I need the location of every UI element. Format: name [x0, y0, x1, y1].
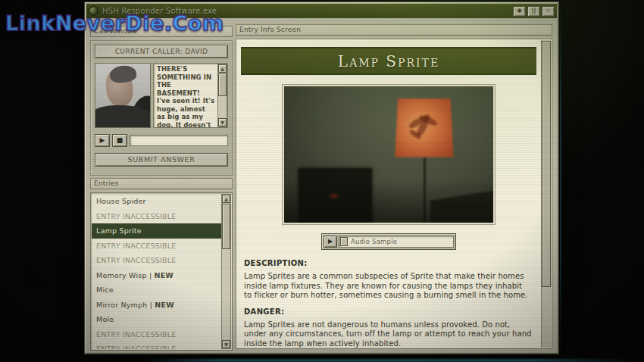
call-progress-bar[interactable] — [130, 135, 228, 146]
new-separator: | — [147, 301, 155, 309]
list-item[interactable]: ENTRY INACCESSIBLE — [92, 209, 221, 224]
list-item[interactable]: Mice — [92, 282, 221, 298]
settings-button[interactable]: ✱ — [513, 6, 526, 17]
list-item[interactable]: Mirror Nymph | NEW — [92, 298, 221, 313]
caller-photo — [95, 63, 151, 128]
current-caller-label: CURRENT CALLER: DAVID — [95, 45, 228, 58]
entry-photo-frame — [283, 85, 495, 224]
caller-photo-art — [95, 64, 150, 127]
call-window-panel: Call Window CURRENT CALLER: DAVID THERE'… — [90, 26, 233, 176]
entry-label: ENTRY INACCESSIBLE — [96, 212, 177, 220]
description-body: Lamp Sprites are a common subspecies of … — [244, 272, 532, 301]
audio-sample-track[interactable]: Audio Sample — [339, 236, 454, 248]
entry-info-content: Lamp Sprite — [236, 39, 552, 349]
entry-label: House Spider — [96, 197, 146, 205]
scroll-up-icon[interactable]: ▲ — [218, 64, 227, 73]
entry-info-scrollbar[interactable] — [541, 40, 551, 348]
entry-info-inner: Lamp Sprite — [239, 42, 538, 348]
entries-scroll-thumb[interactable] — [222, 204, 230, 249]
monitor-edge-glow — [560, 0, 561, 362]
entry-label: Lamp Sprite — [96, 226, 142, 235]
watermark: LinkNeverDie.Com — [5, 11, 224, 35]
entry-title-banner: Lamp Sprite — [241, 47, 536, 75]
audio-sample-player: ▶ Audio Sample — [321, 233, 456, 250]
caller-transcript-text: THERE'S SOMETHING IN THE BASEMENT! I've … — [154, 64, 227, 127]
game-screen: HSH Responder Software.exe ✱ || × Call W… — [0, 0, 644, 362]
lamp-sprite-photo — [284, 86, 493, 223]
entry-info-panel: Entry Info Screen Lamp Sprite — [236, 24, 552, 349]
caller-transcript-box: THERE'S SOMETHING IN THE BASEMENT! I've … — [153, 63, 228, 128]
stop-call-icon[interactable]: ■ — [112, 134, 127, 147]
list-item[interactable]: Memory Wisp | NEW — [92, 268, 221, 283]
scroll-up-icon[interactable]: ▲ — [222, 195, 230, 203]
lamp-photo-art — [284, 86, 493, 223]
entry-label: Memory Wisp — [96, 271, 147, 279]
submit-answer-button[interactable]: SUBMIT ANSWER — [95, 153, 228, 167]
caller-media-row: THERE'S SOMETHING IN THE BASEMENT! I've … — [95, 63, 228, 130]
list-item[interactable]: Lamp Sprite — [92, 223, 221, 239]
pause-button[interactable]: || — [527, 6, 540, 17]
transcript-scroll-thumb[interactable] — [218, 73, 227, 96]
new-badge: NEW — [155, 271, 174, 279]
new-badge: NEW — [155, 301, 174, 309]
danger-heading: DANGER: — [244, 307, 532, 316]
sprite-silhouette — [395, 98, 453, 157]
entry-label: Mirror Nymph — [96, 301, 147, 309]
play-call-icon[interactable]: ▶ — [95, 134, 110, 147]
monitor-bottom-glow — [144, 359, 636, 362]
entry-label: Mice — [96, 286, 114, 294]
entry-info-header: Entry Info Screen — [236, 24, 552, 36]
danger-body: Lamp Sprites are not dangerous to humans… — [244, 320, 532, 349]
entries-panel: Entries House SpiderENTRY INACCESSIBLELa… — [90, 178, 233, 351]
list-item[interactable]: Mole — [92, 312, 221, 327]
entry-title: Lamp Sprite — [338, 52, 439, 70]
entry-text-sections: DESCRIPTION: Lamp Sprites are a common s… — [244, 259, 532, 348]
transcript-scrollbar[interactable]: ▲ ▼ — [217, 64, 227, 127]
list-item[interactable]: ENTRY INACCESSIBLE — [92, 327, 221, 342]
entry-label: ENTRY INACCESSIBLE — [96, 256, 177, 264]
new-separator: | — [147, 271, 155, 279]
play-audio-icon[interactable]: ▶ — [324, 236, 337, 248]
scroll-down-icon[interactable]: ▼ — [222, 340, 230, 348]
window-controls: ✱ || × — [513, 6, 555, 17]
description-heading: DESCRIPTION: — [244, 259, 532, 267]
list-item[interactable]: ENTRY INACCESSIBLE — [92, 253, 221, 268]
hsh-responder-window: HSH Responder Software.exe ✱ || × Call W… — [84, 2, 559, 354]
entries-list: House SpiderENTRY INACCESSIBLELamp Sprit… — [92, 194, 221, 349]
list-item[interactable]: ENTRY INACCESSIBLE — [92, 342, 221, 349]
entry-label: ENTRY INACCESSIBLE — [96, 242, 177, 250]
entry-info-scroll-thumb[interactable] — [542, 41, 551, 287]
audio-slider-thumb[interactable] — [340, 237, 348, 246]
audio-sample-label: Audio Sample — [351, 238, 397, 245]
entries-list-wrap: House SpiderENTRY INACCESSIBLELamp Sprit… — [90, 192, 233, 351]
scroll-down-icon[interactable]: ▼ — [218, 118, 227, 126]
entry-label: Mole — [96, 315, 114, 323]
call-window-body: CURRENT CALLER: DAVID THERE'S SOMETHING … — [90, 40, 233, 176]
list-item[interactable]: ENTRY INACCESSIBLE — [92, 239, 221, 254]
entry-label: ENTRY INACCESSIBLE — [96, 345, 177, 349]
call-audio-controls: ▶ ■ — [95, 134, 228, 147]
entry-label: ENTRY INACCESSIBLE — [96, 330, 177, 339]
entries-scrollbar[interactable]: ▲ ▼ — [221, 194, 231, 349]
close-button[interactable]: × — [542, 6, 555, 17]
list-item[interactable]: House Spider — [92, 194, 221, 209]
entries-header: Entries — [90, 178, 233, 189]
